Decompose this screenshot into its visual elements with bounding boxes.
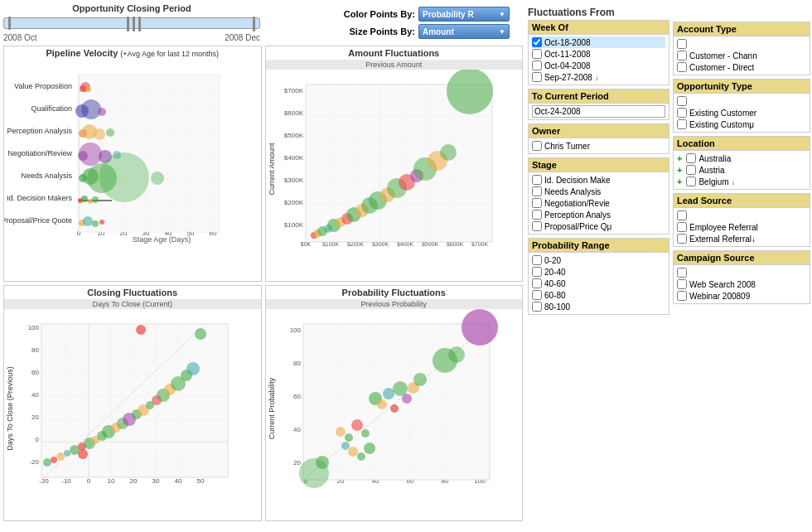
prob-check-0[interactable] <box>532 255 542 265</box>
color-dropdown-arrow: ▼ <box>499 11 505 18</box>
slider-mid-handle1[interactable] <box>127 17 129 31</box>
svg-text:$200K: $200K <box>283 199 303 206</box>
probability-range-body: 0-20 20-40 40-60 60-80 80-100 <box>529 253 669 314</box>
svg-point-137 <box>56 452 65 461</box>
opportunity-type-filter: Opportunity Type Existing Customer Exist… <box>673 79 810 133</box>
week-of-body: Oct-18-2008 Oct-11-2008 Oct-04-2008 Sep-… <box>529 35 669 85</box>
to-current-input[interactable] <box>532 105 665 118</box>
amount-chart: Amount Fluctuations Previous Amount Curr… <box>265 46 524 282</box>
account-item-2: Customer - Direct <box>677 61 806 73</box>
svg-point-104 <box>440 144 457 161</box>
svg-point-86 <box>447 70 493 114</box>
oppty-item-0 <box>677 95 806 107</box>
location-header: Location <box>674 137 810 151</box>
week-of-item-3: Sep-27-2008 ↓ <box>532 71 665 83</box>
owner-item-0: Chris Turner <box>532 140 665 152</box>
week-of-check-3[interactable] <box>532 72 542 82</box>
svg-text:Current Probability: Current Probability <box>268 377 276 439</box>
svg-text:$700K: $700K <box>283 87 303 94</box>
amount-title: Amount Fluctuations <box>266 46 523 60</box>
prob-check-3[interactable] <box>532 290 542 300</box>
lead-text-1: Employee Referral <box>689 223 758 232</box>
stage-item-3: Perception Analys <box>532 209 665 220</box>
slider-right-handle[interactable] <box>253 17 255 31</box>
account-check-1[interactable] <box>677 51 687 60</box>
campaign-check-1[interactable] <box>677 279 687 289</box>
location-body: + Australia + Austria + Belgium ↓ <box>674 151 810 189</box>
middle-panel: Fluctuations From Week Of Oct-18-2008 Oc… <box>526 0 671 532</box>
week-of-check-1[interactable] <box>532 49 542 59</box>
campaign-source-body: Web Search 2008 Webinar 200809 <box>674 265 810 303</box>
owner-check-0[interactable] <box>532 141 542 151</box>
slider-mid-handle2[interactable] <box>133 17 135 31</box>
right-panel: Account Type Customer - Chann Customer -… <box>671 0 812 532</box>
svg-point-48 <box>151 172 164 185</box>
location-check-0[interactable] <box>686 153 696 163</box>
location-plus-0[interactable]: + <box>677 153 682 163</box>
closing-chart: Closing Fluctuations Days To Close (Curr… <box>3 285 262 521</box>
svg-point-188 <box>390 404 399 413</box>
week-of-check-2[interactable] <box>532 60 542 70</box>
campaign-text-2: Webinar 200809 <box>689 292 750 301</box>
probability-chart: Probability Fluctuations Previous Probab… <box>265 285 524 521</box>
scroll-down-icon: ↓ <box>595 73 599 82</box>
stage-filter: Stage Id. Decision Make Needs Analysis N… <box>528 157 669 235</box>
lead-check-2[interactable] <box>677 234 687 244</box>
stage-text-0: Id. Decision Make <box>544 176 610 185</box>
probability-range-header: Probability Range <box>529 239 669 253</box>
prob-text-2: 40-60 <box>544 279 566 288</box>
svg-text:Current Amount: Current Amount <box>268 143 276 196</box>
slider-left-handle[interactable] <box>8 17 11 30</box>
svg-text:Proposal/Price Quote: Proposal/Price Quote <box>4 216 72 225</box>
campaign-source-header: Campaign Source <box>674 251 810 265</box>
svg-text:Id. Decision Makers: Id. Decision Makers <box>7 194 73 202</box>
right-spacer <box>673 3 810 22</box>
svg-point-41 <box>79 143 102 166</box>
slider-mid-handle3[interactable] <box>138 17 141 31</box>
stage-item-2: Negotiation/Revie <box>532 197 665 209</box>
prob-check-1[interactable] <box>532 267 542 277</box>
to-current-body <box>529 104 669 119</box>
prob-text-1: 20-40 <box>544 268 566 277</box>
location-item-2: + Belgium ↓ <box>677 176 806 187</box>
week-of-filter: Week Of Oct-18-2008 Oct-11-2008 Oct-04-2… <box>528 20 669 85</box>
svg-text:Value Proposition: Value Proposition <box>14 82 72 90</box>
lead-check-0[interactable] <box>677 210 687 220</box>
campaign-check-2[interactable] <box>677 291 687 301</box>
week-of-text-0: Oct-18-2008 <box>544 38 591 47</box>
stage-check-3[interactable] <box>532 210 542 220</box>
color-label: Color Points By: <box>341 9 415 19</box>
lead-item-2: External Referral↓ <box>677 233 806 244</box>
closing-subtitle: Days To Close (Current) <box>4 299 261 309</box>
stage-check-1[interactable] <box>532 186 542 196</box>
account-check-2[interactable] <box>677 62 687 72</box>
week-of-check-0[interactable] <box>532 37 542 47</box>
prob-text-0: 0-20 <box>544 256 561 265</box>
location-item-1: + Austria <box>677 164 806 176</box>
location-check-1[interactable] <box>686 165 696 175</box>
prob-item-4: 80-100 <box>532 301 665 312</box>
svg-text:80: 80 <box>293 360 301 367</box>
campaign-check-0[interactable] <box>677 268 687 278</box>
owner-filter: Owner Chris Turner <box>528 123 669 154</box>
stage-text-4: Proposal/Price Qμ <box>544 222 611 231</box>
oppty-check-0[interactable] <box>677 96 687 106</box>
size-dropdown-value: Amount <box>423 27 454 36</box>
stage-check-0[interactable] <box>532 175 542 185</box>
oppty-check-1[interactable] <box>677 108 687 118</box>
location-plus-2[interactable]: + <box>677 177 682 186</box>
account-check-0[interactable] <box>677 39 687 49</box>
stage-check-2[interactable] <box>532 198 542 208</box>
prob-check-4[interactable] <box>532 302 542 312</box>
oppty-check-2[interactable] <box>677 119 687 129</box>
week-of-text-1: Oct-11-2008 <box>544 50 591 59</box>
owner-text-0: Chris Turner <box>544 142 590 151</box>
location-check-2[interactable] <box>686 177 696 186</box>
location-plus-1[interactable]: + <box>677 165 682 175</box>
lead-check-1[interactable] <box>677 222 687 232</box>
stage-check-4[interactable] <box>532 221 542 231</box>
svg-text:Days To Close (Previous): Days To Close (Previous) <box>6 366 14 450</box>
prob-check-2[interactable] <box>532 278 542 288</box>
size-dropdown[interactable]: Amount ▼ <box>418 24 510 39</box>
color-dropdown[interactable]: Probability R ▼ <box>418 7 510 22</box>
